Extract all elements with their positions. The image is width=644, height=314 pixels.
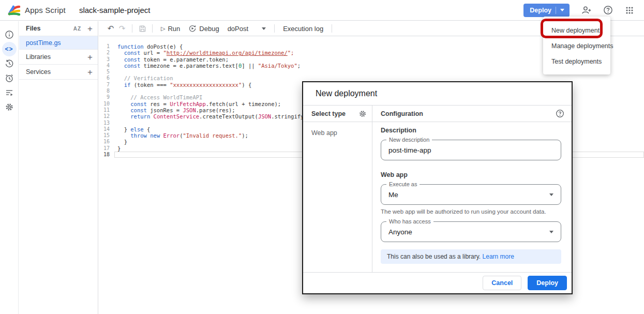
services-section[interactable]: Services + bbox=[19, 65, 98, 80]
line-number: 3 bbox=[99, 56, 114, 63]
toolbar-divider bbox=[152, 24, 153, 33]
chevron-down-icon bbox=[549, 231, 553, 233]
apps-script-logo bbox=[7, 5, 21, 16]
navigation-rail: <> bbox=[0, 21, 19, 314]
menu-item-new-deployment[interactable]: New deployment bbox=[543, 23, 610, 38]
run-label: Run bbox=[168, 25, 180, 33]
line-number: 17 bbox=[99, 145, 114, 152]
sidebar-item-editor[interactable]: <> bbox=[2, 42, 17, 56]
undo-icon[interactable]: ↶ bbox=[105, 23, 116, 34]
execution-log-button[interactable]: Execution log bbox=[279, 22, 327, 35]
who-has-access-value: Anyone bbox=[388, 228, 549, 236]
file-name: postTime.gs bbox=[26, 39, 61, 47]
save-icon[interactable] bbox=[137, 23, 148, 34]
help-icon[interactable] bbox=[556, 109, 564, 118]
google-apps-grid-icon[interactable] bbox=[624, 5, 635, 16]
header-left: Apps Script slack-sample-project bbox=[0, 5, 150, 16]
app-name: Apps Script bbox=[25, 6, 66, 14]
line-number: 16 bbox=[99, 139, 114, 145]
apps-script-window: Apps Script slack-sample-project Deploy bbox=[0, 0, 644, 314]
sidebar-item-triggers[interactable] bbox=[2, 71, 17, 85]
configuration-label: Configuration bbox=[381, 110, 423, 117]
line-number: 8 bbox=[99, 88, 114, 94]
debug-icon bbox=[188, 24, 197, 33]
add-library-icon[interactable]: + bbox=[87, 53, 93, 62]
toolbar-divider bbox=[132, 24, 132, 33]
add-user-icon[interactable] bbox=[581, 5, 591, 16]
header-right: Deploy bbox=[523, 4, 644, 17]
select-type-header: Select type bbox=[303, 106, 372, 122]
files-panel-title: Files bbox=[26, 25, 41, 32]
sidebar-item-executions[interactable] bbox=[2, 85, 17, 100]
line-number: 13 bbox=[99, 120, 114, 126]
chevron-down-icon bbox=[549, 193, 553, 196]
description-input[interactable] bbox=[388, 146, 553, 154]
library-info-box: This can also be used as a library. Lear… bbox=[381, 249, 561, 264]
dialog-footer: Cancel Deploy bbox=[303, 272, 572, 293]
configuration-header: Configuration bbox=[372, 106, 572, 122]
execution-log-label: Execution log bbox=[283, 25, 323, 33]
library-note: This can also be used as a library. bbox=[387, 253, 481, 260]
code-icon: <> bbox=[5, 46, 13, 53]
line-number: 6 bbox=[99, 75, 114, 81]
code-line-6[interactable]: 6 // Verification bbox=[99, 75, 644, 81]
learn-more-link[interactable]: Learn more bbox=[483, 253, 514, 260]
new-deployment-dialog: New deployment Select type Configuration bbox=[302, 81, 573, 294]
execute-as-label: Execute as bbox=[386, 181, 420, 187]
run-icon: ▷ bbox=[161, 25, 165, 32]
deploy-confirm-button[interactable]: Deploy bbox=[528, 276, 567, 290]
toolbar-divider bbox=[332, 24, 332, 33]
libraries-label: Libraries bbox=[26, 53, 51, 61]
files-panel-header: Files AZ + bbox=[19, 21, 98, 36]
services-label: Services bbox=[26, 68, 51, 76]
debug-button[interactable]: Debug bbox=[184, 22, 223, 35]
cancel-button[interactable]: Cancel bbox=[483, 276, 521, 290]
deploy-dropdown-menu: New deploymentManage deploymentsTest dep… bbox=[543, 17, 610, 74]
dialog-subheader: Select type Configuration bbox=[303, 106, 572, 122]
gear-icon[interactable] bbox=[358, 110, 367, 118]
redo-icon[interactable]: ↷ bbox=[116, 23, 128, 34]
debug-label: Debug bbox=[199, 25, 219, 33]
deployment-type-list: Web app bbox=[303, 122, 372, 272]
line-number: 15 bbox=[99, 132, 114, 139]
sort-files-icon[interactable]: AZ bbox=[73, 26, 81, 32]
menu-item-test-deployments[interactable]: Test deployments bbox=[543, 54, 610, 69]
web-app-heading: Web app bbox=[381, 171, 561, 178]
info-icon bbox=[5, 30, 14, 39]
gear-icon bbox=[5, 102, 14, 112]
menu-item-manage-deployments[interactable]: Manage deployments bbox=[543, 38, 610, 54]
run-button[interactable]: ▷ Run bbox=[157, 22, 184, 35]
files-panel: Files AZ + postTime.gs Libraries + Servi… bbox=[19, 21, 98, 314]
execute-as-value: Me bbox=[388, 191, 549, 199]
function-selector[interactable]: doPost bbox=[223, 25, 270, 33]
help-icon[interactable] bbox=[603, 5, 613, 16]
toolbar-divider bbox=[274, 24, 275, 33]
project-title[interactable]: slack-sample-project bbox=[79, 6, 151, 14]
sidebar-item-project-history[interactable] bbox=[2, 56, 17, 71]
sidebar-item-overview[interactable] bbox=[2, 27, 17, 42]
deploy-button[interactable]: Deploy bbox=[523, 4, 570, 17]
select-type-label: Select type bbox=[311, 110, 346, 117]
add-service-icon[interactable]: + bbox=[87, 68, 93, 77]
libraries-section[interactable]: Libraries + bbox=[19, 50, 98, 65]
line-number: 2 bbox=[99, 50, 114, 56]
line-number: 7 bbox=[99, 82, 114, 88]
history-icon bbox=[5, 59, 14, 68]
alarm-clock-icon bbox=[5, 73, 14, 83]
line-number: 12 bbox=[99, 113, 114, 119]
code-text: // Verification bbox=[114, 75, 644, 81]
dialog-body: Web app Description New description Web … bbox=[303, 122, 572, 272]
type-item-web-app[interactable]: Web app bbox=[311, 129, 337, 137]
function-selector-value: doPost bbox=[228, 25, 248, 33]
who-has-access-select[interactable]: Who has access Anyone bbox=[381, 221, 561, 242]
add-file-icon[interactable]: + bbox=[87, 24, 93, 33]
sidebar-item-settings[interactable] bbox=[2, 100, 17, 114]
line-number: 4 bbox=[99, 63, 114, 69]
execute-as-select[interactable]: Execute as Me bbox=[381, 184, 561, 205]
deploy-button-divider bbox=[556, 7, 556, 14]
dialog-title: New deployment bbox=[303, 82, 572, 106]
description-field[interactable]: New description bbox=[381, 140, 561, 160]
file-item-posttime[interactable]: postTime.gs bbox=[19, 36, 98, 50]
line-number: 18 bbox=[99, 152, 114, 158]
executions-icon bbox=[5, 88, 14, 97]
